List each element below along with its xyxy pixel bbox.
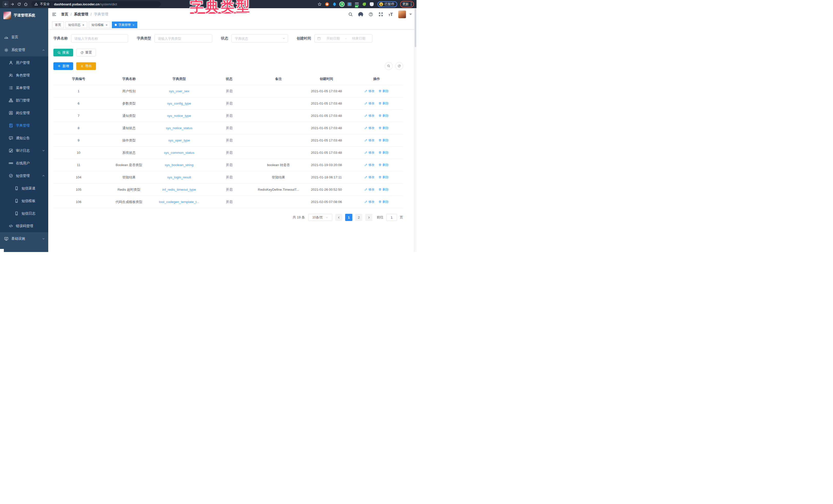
dict-type-link[interactable]: sys_notice_type <box>167 114 191 118</box>
dict-type-link[interactable]: tool_codegen_template_t... <box>159 200 199 204</box>
delete-link[interactable]: 删除 <box>379 163 388 167</box>
edit-link[interactable]: 修改 <box>364 163 375 167</box>
dict-type-link[interactable]: sys_boolean_string <box>165 163 193 167</box>
page-button-1[interactable]: 1 <box>345 214 352 221</box>
browser-menu-kebab-icon[interactable] <box>411 2 412 6</box>
reset-button[interactable]: 重置 <box>76 49 96 56</box>
search-icon[interactable] <box>348 12 353 17</box>
export-button[interactable]: 导出 <box>76 62 96 70</box>
goto-page-input[interactable] <box>386 214 397 221</box>
sidebar-item-notice[interactable]: 通知公告 <box>0 132 48 144</box>
dict-type-link[interactable]: sys_config_type <box>167 102 191 105</box>
dict-type-link[interactable]: sys_login_result <box>167 175 191 179</box>
delete-link[interactable]: 删除 <box>379 114 388 118</box>
sidebar-item-infrastructure[interactable]: 基础设施 <box>0 232 48 245</box>
search-button[interactable]: 搜索 <box>53 49 73 56</box>
sidebar-item-role-mgmt[interactable]: 角色管理 <box>0 69 48 81</box>
next-page-icon[interactable] <box>365 214 372 221</box>
bookmark-star-icon[interactable] <box>317 1 323 7</box>
close-icon[interactable]: × <box>106 23 108 27</box>
dict-type-link[interactable]: sys_notice_status <box>166 126 192 130</box>
dict-type-link[interactable]: sys_common_status <box>164 151 194 155</box>
scrollbar-thumb[interactable] <box>415 9 416 47</box>
dict-name-input[interactable] <box>71 34 128 43</box>
sidebar-item-sms-channel[interactable]: 短信渠道 <box>0 182 48 195</box>
dict-type-link[interactable]: inf_redis_timeout_type <box>163 188 196 192</box>
edit-link[interactable]: 修改 <box>364 138 375 143</box>
extension-list-icon[interactable]: on <box>354 1 360 7</box>
browser-reload-icon[interactable] <box>16 1 22 7</box>
sidebar-item-error-code[interactable]: 错误码管理 <box>0 220 48 232</box>
edit-link[interactable]: 修改 <box>364 89 375 93</box>
edit-link[interactable]: 修改 <box>364 101 375 106</box>
edit-link[interactable]: 修改 <box>364 200 375 204</box>
avatar-caret-icon[interactable] <box>409 14 412 15</box>
extension-drop-icon[interactable] <box>332 1 337 7</box>
tab-sms-log[interactable]: 短信日志× <box>66 22 87 28</box>
edit-link[interactable]: 修改 <box>364 187 375 192</box>
fullscreen-icon[interactable] <box>379 12 383 17</box>
edit-link[interactable]: 修改 <box>364 126 375 130</box>
delete-link[interactable]: 删除 <box>379 187 388 192</box>
browser-back-icon[interactable] <box>3 1 9 7</box>
delete-link[interactable]: 删除 <box>379 175 388 179</box>
profile-paused-pill[interactable]: 已暂停 <box>378 1 398 7</box>
tab-dict-mgmt[interactable]: 字典管理× <box>112 22 137 28</box>
dict-type-link[interactable]: sys_oper_type <box>168 138 190 142</box>
breadcrumb-system[interactable]: 系统管理 <box>74 12 88 17</box>
app-logo[interactable]: 芋道管理系统 <box>0 8 48 23</box>
sidebar-item-online-users[interactable]: 在线用户 <box>0 157 48 170</box>
avatar[interactable] <box>398 10 406 18</box>
close-icon[interactable]: × <box>82 23 85 27</box>
sidebar-item-sms-log[interactable]: 短信日志 <box>0 207 48 220</box>
page-size-select[interactable]: 10条/页 <box>308 214 332 221</box>
sidebar-item-home[interactable]: 首页 <box>0 31 48 44</box>
sidebar-item-post-mgmt[interactable]: 岗位管理 <box>0 107 48 119</box>
extension-leaf-icon[interactable] <box>362 1 367 7</box>
toggle-search-icon[interactable] <box>385 62 392 70</box>
hamburger-icon[interactable] <box>52 12 56 17</box>
delete-link[interactable]: 删除 <box>379 150 388 155</box>
tab-sms-template[interactable]: 短信模板× <box>89 22 111 28</box>
dict-type-input[interactable] <box>154 34 212 43</box>
delete-link[interactable]: 删除 <box>379 89 388 93</box>
extension-adblock-icon[interactable] <box>324 1 330 7</box>
date-range-picker[interactable]: 开始日期 - 结束日期 <box>314 34 372 43</box>
browser-forward-icon[interactable] <box>9 1 16 7</box>
font-size-icon[interactable]: TT <box>388 12 393 17</box>
sidebar-item-menu-mgmt[interactable]: 菜单管理 <box>0 81 48 94</box>
breadcrumb-home[interactable]: 首页 <box>61 12 68 17</box>
delete-link[interactable]: 删除 <box>379 101 388 106</box>
dict-type-link[interactable]: sys_user_sex <box>169 89 189 93</box>
sidebar-item-dict-mgmt[interactable]: 字典管理 <box>0 119 48 132</box>
edit-link[interactable]: 修改 <box>364 150 375 155</box>
refresh-table-icon[interactable] <box>395 62 403 70</box>
delete-link[interactable]: 删除 <box>379 138 388 143</box>
url-bar[interactable]: 不安全 dashboard.yudao.iocoder.cn/system/di… <box>31 1 161 7</box>
close-icon[interactable]: × <box>133 23 135 27</box>
extension-gem-icon[interactable] <box>347 1 352 7</box>
sidebar-item-audit-log[interactable]: 审计日志 <box>0 144 48 157</box>
extension-puzzle-icon[interactable] <box>369 1 375 7</box>
page-button-2[interactable]: 2 <box>355 214 362 221</box>
edit-link[interactable]: 修改 <box>364 114 375 118</box>
delete-link[interactable]: 删除 <box>379 200 388 204</box>
help-icon[interactable] <box>368 12 373 17</box>
add-button[interactable]: 新增 <box>53 62 73 70</box>
sidebar-item-dept-mgmt[interactable]: 部门管理 <box>0 94 48 107</box>
page-scrollbar[interactable] <box>414 8 416 252</box>
delete-link[interactable]: 删除 <box>379 126 388 130</box>
browser-update-button[interactable]: 更新 <box>400 1 414 7</box>
status-select[interactable] <box>232 34 288 43</box>
tab-home[interactable]: 首页 <box>52 22 64 28</box>
sidebar-item-user-mgmt[interactable]: 用户管理 <box>0 56 48 69</box>
extension-green-icon[interactable] <box>339 1 345 7</box>
github-icon[interactable] <box>358 12 363 17</box>
sidebar-item-sms-mgmt[interactable]: 短信管理 <box>0 170 48 182</box>
security-warning-icon[interactable] <box>34 2 38 6</box>
sidebar-item-system[interactable]: 系统管理 <box>0 44 48 56</box>
edit-link[interactable]: 修改 <box>364 175 375 179</box>
browser-home-icon[interactable] <box>23 1 29 7</box>
prev-page-icon[interactable] <box>335 214 342 221</box>
sidebar-item-sms-template[interactable]: 短信模板 <box>0 195 48 207</box>
